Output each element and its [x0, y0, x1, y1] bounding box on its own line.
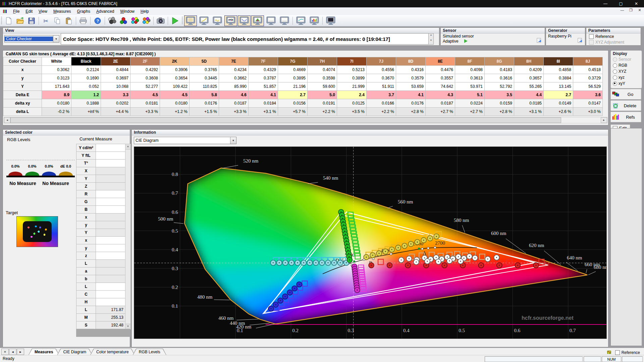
grayscale-measure-button[interactable]: [107, 16, 117, 25]
display-radio-rgb[interactable]: RGB: [611, 62, 642, 68]
column-header-7f[interactable]: 7F: [249, 57, 278, 66]
column-header-2f[interactable]: 2F: [130, 57, 160, 66]
luminance-view-icon: [239, 16, 249, 25]
column-header-7j[interactable]: 7J: [367, 57, 396, 66]
column-header-8e[interactable]: 8E: [426, 57, 455, 66]
column-header-2e[interactable]: 2E: [101, 57, 130, 66]
close-workspace-icon[interactable]: ✕: [1, 349, 9, 355]
mdi-close-button[interactable]: ✕: [637, 8, 643, 12]
column-header-7h[interactable]: 7H: [308, 57, 337, 66]
scroll-right-icon[interactable]: ►: [601, 117, 607, 123]
menu-edit[interactable]: Edit: [22, 8, 36, 15]
display-radio-xyy[interactable]: xyY: [611, 80, 642, 86]
sensor-play-icon[interactable]: [464, 39, 468, 43]
measure-row-value-12: [96, 237, 125, 244]
reference-bottom-checkbox[interactable]: Reference: [615, 350, 640, 355]
vscroll-up-icon[interactable]: ▲: [125, 144, 130, 149]
measure-row-value-22: 255.13: [96, 314, 125, 321]
tab-color-temperature[interactable]: Color temperature: [90, 349, 135, 355]
cie-diagram-view-button[interactable]: [251, 15, 264, 26]
sensor-config-icon[interactable]: [537, 38, 542, 43]
histogram-view-button[interactable]: [308, 15, 321, 26]
refs-button[interactable]: Refs: [610, 112, 641, 122]
radio-dot-icon[interactable]: [613, 81, 617, 86]
help-button[interactable]: ?: [93, 16, 103, 25]
rgb-levels-view-button[interactable]: [224, 15, 237, 26]
free-measures-view-button[interactable]: [324, 15, 337, 26]
tab-scroll-left-icon[interactable]: ◄: [9, 349, 16, 355]
radio-dot-icon[interactable]: [613, 69, 617, 74]
saturation-view-button[interactable]: [278, 15, 291, 26]
menu-advanced[interactable]: Advanced: [93, 8, 117, 15]
view-selector-combo[interactable]: Color Checker ▼: [4, 35, 59, 43]
column-header-black[interactable]: Black: [71, 57, 101, 66]
column-header-2k[interactable]: 2K: [160, 57, 190, 66]
spinner-up-icon[interactable]: ▲: [429, 34, 433, 39]
column-header-8g[interactable]: 8G: [485, 57, 514, 66]
luminance-view-button[interactable]: [238, 15, 251, 26]
radio-dot-icon[interactable]: [613, 75, 617, 80]
scroll-left-icon[interactable]: ◄: [4, 117, 10, 123]
tab-measures[interactable]: Measures: [29, 349, 59, 355]
close-button[interactable]: ✕: [629, 0, 644, 7]
spinner-down-icon[interactable]: ▼: [429, 39, 433, 44]
mdi-minimize-button[interactable]: —: [619, 8, 625, 12]
display-radio-xyz[interactable]: XYZ: [611, 68, 642, 74]
column-header-7i[interactable]: 7I: [337, 57, 367, 66]
combo-arrow-icon[interactable]: ▼: [53, 36, 59, 42]
information-combo-arrow-icon[interactable]: ▼: [230, 137, 236, 144]
column-header-5d[interactable]: 5D: [190, 57, 219, 66]
menu-file[interactable]: File: [10, 8, 22, 15]
vscroll-down-icon[interactable]: ▼: [125, 324, 130, 329]
current-measure-vscrollbar[interactable]: ▲ ▼: [125, 144, 131, 329]
paste-button[interactable]: [64, 16, 74, 25]
display-radio-xyz[interactable]: xyz: [611, 74, 642, 80]
column-header-8d[interactable]: 8D: [396, 57, 426, 66]
near-black-view-button[interactable]: [211, 15, 224, 26]
color-temperature-view-button[interactable]: [294, 15, 307, 26]
secondaries-measure-button[interactable]: [130, 16, 140, 25]
mdi-restore-button[interactable]: ❐: [628, 8, 634, 12]
open-button[interactable]: [15, 16, 25, 25]
menu-window[interactable]: Window: [117, 8, 138, 15]
primaries-measure-button[interactable]: [118, 16, 128, 25]
print-button[interactable]: [78, 16, 88, 25]
gamma-view-button[interactable]: [198, 15, 210, 26]
menu-help[interactable]: Help: [138, 8, 152, 15]
reference-checkbox-box[interactable]: [589, 34, 594, 39]
tab-scroll-right-icon[interactable]: ►: [17, 349, 24, 355]
xyz-adjustment-checkbox-box: [589, 40, 594, 45]
tab-rgb-levels[interactable]: RGB Levels: [133, 349, 166, 355]
generator-config-icon[interactable]: [578, 38, 583, 43]
column-header-8f[interactable]: 8F: [455, 57, 485, 66]
column-header-white[interactable]: White: [42, 57, 71, 66]
reference-bottom-checkbox-box[interactable]: [615, 350, 620, 355]
new-button[interactable]: [4, 16, 14, 25]
menu-graphs[interactable]: Graphs: [74, 8, 93, 15]
column-header-7e[interactable]: 7E: [219, 57, 249, 66]
reference-checkbox[interactable]: Reference: [589, 34, 614, 39]
cut-button[interactable]: ✂: [41, 16, 51, 25]
go-button[interactable]: Go: [610, 89, 641, 100]
radio-dot-icon[interactable]: [613, 63, 617, 68]
menu-measures[interactable]: Measures: [50, 8, 74, 15]
column-header-8i[interactable]: 8I: [544, 57, 573, 66]
measures-table-hscrollbar[interactable]: ◄ ►: [4, 117, 607, 123]
snapshot-button[interactable]: [156, 16, 166, 25]
maximize-button[interactable]: ▢: [613, 0, 629, 7]
copy-button[interactable]: [52, 16, 62, 25]
run-measure-button[interactable]: [170, 16, 180, 25]
tab-cie-diagram[interactable]: CIE Diagram: [57, 349, 92, 355]
column-header-7g[interactable]: 7G: [278, 57, 308, 66]
full-measure-button[interactable]: [141, 16, 151, 25]
information-view-combo[interactable]: CIE Diagram ▼: [134, 137, 236, 144]
minimize-button[interactable]: —: [598, 0, 613, 7]
contrast-view-button[interactable]: [265, 15, 277, 26]
save-button[interactable]: [26, 16, 37, 25]
column-header-8h[interactable]: 8H: [514, 57, 544, 66]
menu-view[interactable]: View: [36, 8, 50, 15]
hscroll-thumb[interactable]: [10, 117, 561, 123]
measures-table-view-button[interactable]: [184, 15, 197, 26]
column-header-8j[interactable]: 8J: [573, 57, 603, 66]
delete-button[interactable]: Delete: [610, 100, 641, 111]
